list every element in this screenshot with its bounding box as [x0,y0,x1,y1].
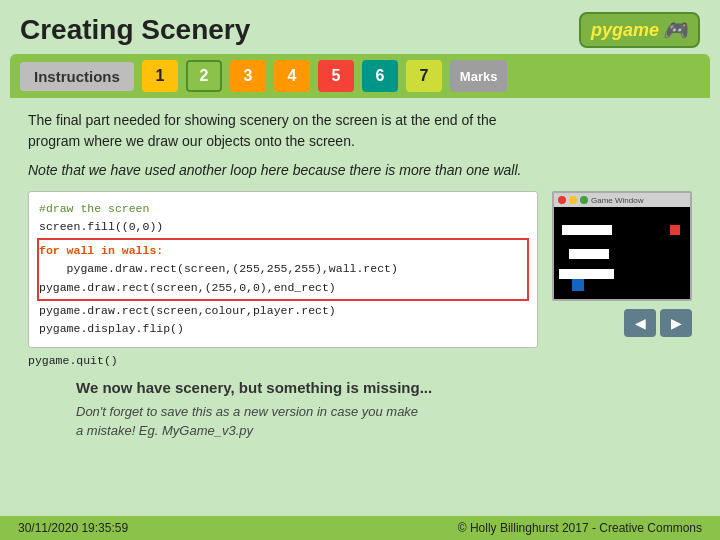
nav-btn-2[interactable]: 2 [186,60,222,92]
code-block: #draw the screen screen.fill((0,0)) for … [28,191,538,348]
arrow-left-icon: ◀ [635,315,646,331]
nav-btn-7[interactable]: 7 [406,60,442,92]
code-line-3: for wall in walls: [39,242,527,260]
nav-btn-5[interactable]: 5 [318,60,354,92]
wall-3 [559,269,614,279]
code-line-1: #draw the screen [39,200,527,218]
logo-icon: 🎮 [663,18,688,42]
close-icon [558,196,566,204]
preview-canvas [554,207,690,299]
next-button[interactable]: ▶ [660,309,692,337]
arrow-right-icon: ▶ [671,315,682,331]
preview-box: Game Window ◀ ▶ [552,191,692,367]
maximize-icon [580,196,588,204]
logo-text: pygame [591,20,659,41]
wall-2 [569,249,609,259]
code-line-2: screen.fill((0,0)) [39,218,527,236]
code-section: #draw the screen screen.fill((0,0)) for … [28,191,538,367]
scenery-text: We now have scenery, but something is mi… [46,379,674,396]
prev-button[interactable]: ◀ [624,309,656,337]
footer-date: 30/11/2020 19:35:59 [18,521,128,535]
instructions-label[interactable]: Instructions [20,62,134,91]
note-text: Note that we have used another loop here… [28,160,692,181]
player-rect [572,279,584,291]
window-title: Game Window [591,196,643,205]
nav-arrows: ◀ ▶ [552,309,692,337]
content-area: #draw the screen screen.fill((0,0)) for … [28,191,692,367]
page-title: Creating Scenery [20,14,250,46]
preview-window: Game Window [552,191,692,301]
code-line-7: pygame.display.flip() [39,320,527,338]
code-line-5: pygame.draw.rect(screen,(255,0,0),end_re… [39,279,527,297]
nav-bar: Instructions 1 2 3 4 5 6 7 Marks [10,54,710,98]
end-rect [670,225,680,235]
footer-copyright: © Holly Billinghurst 2017 - Creative Com… [458,521,702,535]
pygame-quit-line: pygame.quit() [28,354,538,367]
nav-btn-6[interactable]: 6 [362,60,398,92]
footer: 30/11/2020 19:35:59 © Holly Billinghurst… [0,516,720,540]
nav-btn-3[interactable]: 3 [230,60,266,92]
nav-btn-4[interactable]: 4 [274,60,310,92]
header: Creating Scenery pygame 🎮 [0,0,720,54]
nav-btn-1[interactable]: 1 [142,60,178,92]
bottom-section: We now have scenery, but something is mi… [28,375,692,441]
code-line-4: pygame.draw.rect(screen,(255,255,255),wa… [39,260,527,278]
highlighted-code: for wall in walls: pygame.draw.rect(scre… [37,238,529,301]
nav-btn-marks[interactable]: Marks [450,60,508,92]
intro-text: The final part needed for showing scener… [28,110,692,152]
minimize-icon [569,196,577,204]
wall-1 [562,225,612,235]
preview-titlebar: Game Window [554,193,690,207]
main-content: The final part needed for showing scener… [10,98,710,498]
code-line-6: pygame.draw.rect(screen,colour,player.re… [39,302,527,320]
reminder-text: Don't forget to save this as a new versi… [46,402,674,441]
pygame-logo: pygame 🎮 [579,12,700,48]
